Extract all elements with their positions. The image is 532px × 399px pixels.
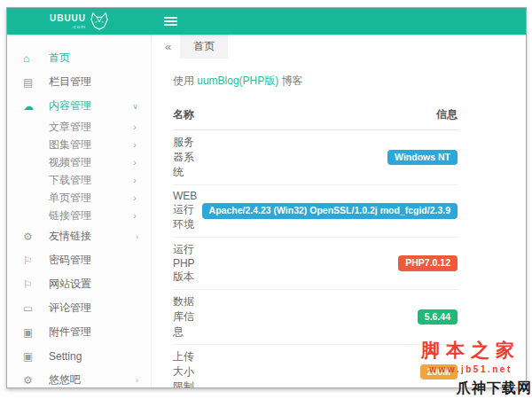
logo-subtext: .com [50,24,86,29]
sidebar-item-label: 内容管理 [49,98,91,113]
table-row: WEB运行环境 Apache/2.4.23 (Win32) OpenSSL/1.… [173,185,458,238]
sidebar-item-links[interactable]: 链接管理 › [7,207,151,224]
sidebar-item-label: 密码管理 [49,253,91,268]
status-badge: 5.6.44 [418,309,458,325]
cloud-icon: ☁ [23,100,49,113]
row-label: 服务器系统 [173,130,202,185]
arrow-right-icon: › [133,175,137,185]
sidebar-item-label: Setting [49,350,82,363]
sidebar-item-youyouba[interactable]: ⚙ 悠悠吧 › [7,368,151,388]
status-badge: Apache/2.4.23 (Win32) OpenSSL/1.0.2j mod… [202,203,458,219]
sidebar-item-comments[interactable]: ▭ 评论管理 [7,296,151,320]
sidebar-item-label: 链接管理 [49,208,91,223]
status-badge: Windows NT [387,150,458,166]
sidebar-item-label: 栏目管理 [49,74,91,90]
page: UBUUU .com ⌂ 首页 ▤ 栏目管理 [0,0,532,399]
flag-icon: ⚐ [23,254,49,267]
arrow-right-icon: › [133,210,137,221]
intro-text: 使用 uumBlog(PHP版) 博客 [173,74,458,89]
table-row: 上传大小限制 200M [173,345,458,389]
gear-icon: ⚙ [23,374,49,387]
sidebar-item-galleries[interactable]: 图集管理 › [7,136,151,153]
collapse-tabs-icon[interactable]: « [160,40,176,53]
logo[interactable]: UBUUU .com [7,8,152,35]
sidebar-item-articles[interactable]: 文章管理 › [7,118,151,136]
intro-highlight: uumBlog(PHP版) [197,74,278,87]
sidebar-item-content[interactable]: ☁ 内容管理 ∨ [7,94,151,118]
hamburger-menu-icon[interactable] [152,8,177,35]
sidebar: ⌂ 首页 ▤ 栏目管理 ☁ 内容管理 ∨ 文章管理 › [7,35,152,388]
flag-icon: ⚐ [23,278,49,291]
page-content: 使用 uumBlog(PHP版) 博客 名称 信息 服务器系统 [152,59,526,388]
top-header: UBUUU .com [7,8,526,35]
sidebar-item-videos[interactable]: 视频管理 › [7,153,151,171]
list-icon: ▤ [23,76,49,89]
sidebar-item-label: 评论管理 [49,301,91,316]
table-row: 数据库信息 5.6.44 [173,290,458,345]
row-label: 上传大小限制 [173,345,202,389]
sidebar-item-label: 附件管理 [49,325,91,340]
status-badge: 200M [420,364,458,380]
file-icon: ▣ [23,326,49,339]
main-area: « 首页 使用 uumBlog(PHP版) 博客 名称 信息 [152,35,526,388]
sidebar-item-label: 悠悠吧 [49,372,81,387]
intro-suffix: 博客 [278,74,302,87]
table-row: 服务器系统 Windows NT [173,130,458,185]
column-header-name: 名称 [173,102,202,130]
file-icon: ▣ [23,350,49,363]
arrow-right-icon: › [133,192,137,203]
sidebar-item-label: 下载管理 [49,173,91,188]
sidebar-item-downloads[interactable]: 下载管理 › [7,171,151,189]
sidebar-item-friend-links[interactable]: ⚙ 友情链接 › [7,224,151,248]
sidebar-submenu: 文章管理 › 图集管理 › 视频管理 › 下载管理 › [7,118,151,224]
sidebar-item-label: 网站设置 [49,277,91,292]
logo-text: UBUUU .com [50,14,86,29]
arrow-right-icon: › [136,376,138,385]
sidebar-item-site-settings[interactable]: ⚐ 网站设置 [7,272,151,296]
arrow-right-icon: › [133,139,137,150]
arrow-right-icon: › [133,121,137,132]
column-header-info: 信息 [202,102,458,130]
chevron-down-icon: ∨ [132,102,138,111]
tab-bar: « 首页 [152,35,526,59]
sidebar-item-columns[interactable]: ▤ 栏目管理 [7,70,151,94]
sidebar-item-password[interactable]: ⚐ 密码管理 [7,248,151,272]
sidebar-item-label: 单页管理 [49,191,91,206]
arrow-right-icon: › [136,232,138,241]
sidebar-item-setting[interactable]: ▣ Setting [7,344,151,368]
intro-prefix: 使用 [173,74,197,87]
fox-logo-icon [90,12,109,30]
table-row: 运行PHP版本 PHP7.0.12 [173,238,458,290]
sidebar-item-home[interactable]: ⌂ 首页 [7,46,151,70]
arrow-right-icon: › [133,157,137,168]
sidebar-item-label: 文章管理 [49,120,91,135]
home-icon: ⌂ [23,52,49,65]
sidebar-item-label: 友情链接 [49,229,91,244]
row-label: 运行PHP版本 [173,238,202,290]
tab-home[interactable]: 首页 [180,35,228,59]
server-info-table: 名称 信息 服务器系统 Windows NT WEB运行环境 Apa [173,102,458,388]
sidebar-item-attachments[interactable]: ▣ 附件管理 [7,320,151,344]
row-label: 数据库信息 [173,290,202,345]
status-badge: PHP7.0.12 [398,255,458,271]
sidebar-item-label: 视频管理 [49,155,91,170]
gear-icon: ⚙ [23,231,49,243]
app-window: UBUUU .com ⌂ 首页 ▤ 栏目管理 [6,7,527,388]
sidebar-item-pages[interactable]: 单页管理 › [7,189,151,207]
sidebar-item-label: 首页 [49,51,70,66]
row-label: WEB运行环境 [173,185,202,238]
sidebar-item-label: 图集管理 [49,137,91,153]
comment-icon: ▭ [23,302,49,315]
